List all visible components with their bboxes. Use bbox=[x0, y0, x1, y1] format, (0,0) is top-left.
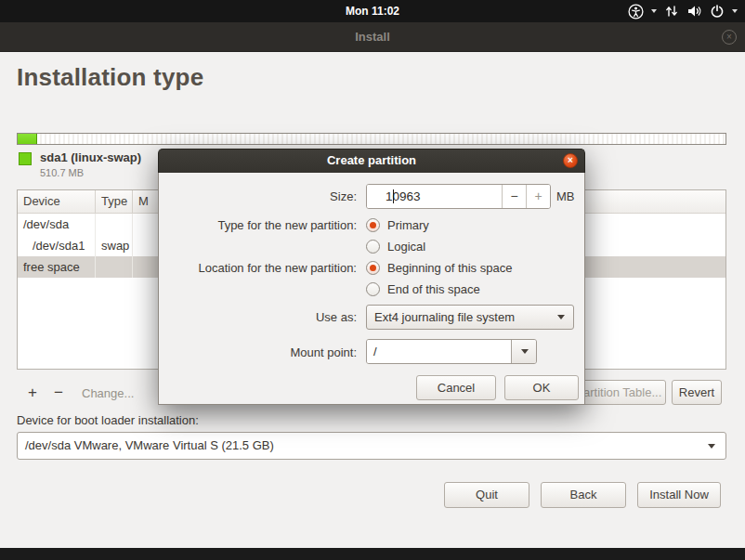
dialog-body: Size: 10963 − + MB Type for the new part… bbox=[158, 173, 585, 405]
legend-color-swatch bbox=[19, 152, 32, 165]
dialog-titlebar[interactable]: Create partition × bbox=[158, 149, 585, 173]
radio-label: End of this space bbox=[387, 282, 480, 296]
size-value: 10963 bbox=[386, 189, 421, 203]
radio-end-of-space[interactable]: End of this space bbox=[366, 280, 480, 297]
network-icon[interactable] bbox=[664, 4, 679, 19]
size-label: Size: bbox=[166, 189, 357, 203]
partition-segment-free[interactable] bbox=[37, 134, 725, 144]
boot-loader-device-value: /dev/sda VMware, VMware Virtual S (21.5 … bbox=[18, 433, 725, 459]
column-header-device[interactable]: Device bbox=[18, 190, 96, 213]
install-now-button[interactable]: Install Now bbox=[637, 482, 721, 508]
partition-segment-swap[interactable] bbox=[18, 134, 37, 144]
radio-label: Beginning of this space bbox=[387, 261, 512, 275]
legend-partition-size: 510.7 MB bbox=[40, 167, 141, 178]
create-partition-dialog: Create partition × Size: 10963 − + MB Ty… bbox=[158, 149, 585, 405]
boot-loader-label: Device for boot loader installation: bbox=[17, 413, 199, 427]
cell-device: /dev/sda bbox=[18, 214, 96, 235]
accessibility-icon[interactable] bbox=[628, 4, 644, 20]
size-increment-button[interactable]: + bbox=[526, 185, 550, 208]
radio-label: Primary bbox=[387, 218, 429, 232]
partition-location-label: Location for the new partition: bbox=[166, 261, 357, 275]
window-titlebar[interactable]: Install × bbox=[0, 22, 745, 52]
size-spinbox: 10963 − + bbox=[366, 184, 551, 209]
partition-legend: sda1 (linux-swap) 510.7 MB bbox=[19, 150, 141, 178]
chevron-down-icon bbox=[521, 349, 529, 354]
cell-device: /dev/sda1 bbox=[18, 235, 96, 256]
cell-type bbox=[96, 256, 133, 278]
size-input[interactable]: 10963 bbox=[367, 185, 502, 208]
cell-type: swap bbox=[96, 235, 133, 256]
power-icon[interactable] bbox=[710, 4, 725, 19]
add-partition-button[interactable]: + bbox=[20, 381, 45, 405]
size-unit-label: MB bbox=[556, 189, 575, 203]
use-as-value: Ext4 journaling file system bbox=[367, 306, 573, 329]
size-decrement-button[interactable]: − bbox=[502, 185, 526, 208]
use-as-select[interactable]: Ext4 journaling file system bbox=[366, 305, 574, 330]
change-partition-button[interactable]: Change... bbox=[82, 386, 134, 400]
window-title: Install bbox=[0, 22, 745, 52]
chevron-down-icon[interactable] bbox=[651, 9, 657, 13]
cell-type bbox=[96, 214, 133, 235]
window-close-icon[interactable]: × bbox=[722, 30, 737, 45]
page-title: Installation type bbox=[17, 63, 203, 92]
volume-icon[interactable] bbox=[686, 4, 702, 19]
mount-point-input[interactable]: / bbox=[367, 340, 511, 363]
text-cursor bbox=[393, 189, 394, 203]
quit-button[interactable]: Quit bbox=[444, 482, 529, 508]
mount-point-label: Mount point: bbox=[166, 345, 357, 359]
system-top-bar: Mon 11:02 bbox=[0, 0, 745, 22]
radio-beginning-of-space[interactable]: Beginning of this space bbox=[366, 259, 512, 276]
cancel-button[interactable]: Cancel bbox=[416, 375, 496, 400]
boot-loader-device-select[interactable]: /dev/sda VMware, VMware Virtual S (21.5 … bbox=[17, 432, 726, 460]
back-button[interactable]: Back bbox=[541, 482, 626, 508]
remove-partition-button[interactable]: − bbox=[46, 381, 71, 405]
radio-button-icon[interactable] bbox=[366, 261, 380, 275]
dialog-title: Create partition bbox=[159, 150, 584, 172]
legend-partition-name: sda1 (linux-swap) bbox=[40, 150, 141, 164]
radio-button-icon[interactable] bbox=[366, 240, 380, 254]
partition-overview-bar bbox=[17, 133, 726, 145]
chevron-down-icon bbox=[708, 444, 715, 449]
radio-primary[interactable]: Primary bbox=[366, 216, 429, 233]
mount-point-combo: / bbox=[366, 339, 537, 364]
chevron-down-icon bbox=[557, 315, 565, 319]
revert-button[interactable]: Revert bbox=[672, 380, 722, 405]
radio-button-icon[interactable] bbox=[366, 218, 380, 232]
system-tray bbox=[628, 0, 738, 22]
radio-logical[interactable]: Logical bbox=[366, 238, 425, 254]
use-as-label: Use as: bbox=[166, 310, 357, 324]
cell-device: free space bbox=[18, 256, 96, 278]
chevron-down-icon[interactable] bbox=[732, 9, 738, 13]
partition-type-label: Type for the new partition: bbox=[166, 218, 357, 232]
mount-point-dropdown-button[interactable] bbox=[511, 340, 536, 363]
ok-button[interactable]: OK bbox=[504, 375, 579, 400]
radio-button-icon[interactable] bbox=[366, 282, 380, 296]
desktop: Mon 11:02 bbox=[0, 0, 745, 560]
column-header-type[interactable]: Type bbox=[96, 190, 133, 213]
dialog-close-icon[interactable]: × bbox=[563, 153, 578, 168]
radio-label: Logical bbox=[387, 240, 425, 254]
